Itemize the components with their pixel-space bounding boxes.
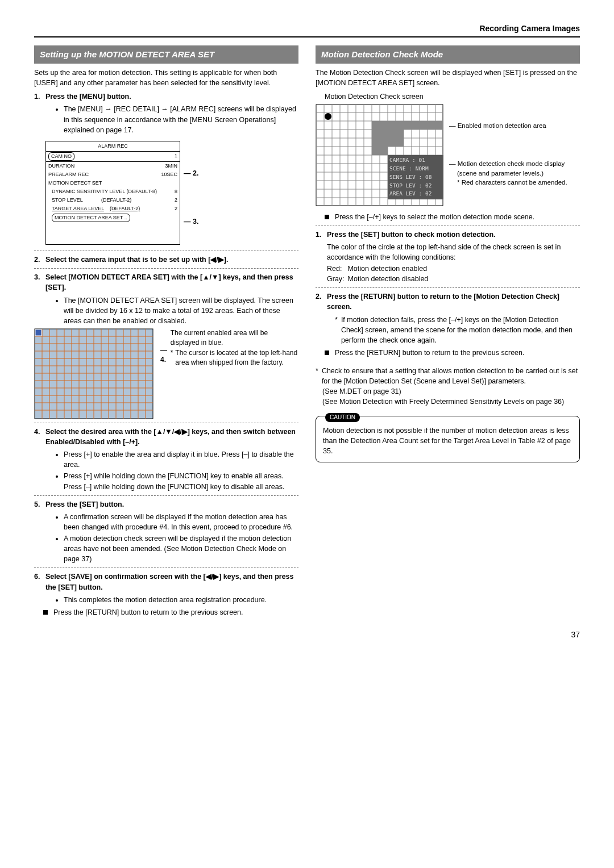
svg-rect-61 <box>420 121 428 130</box>
stoplvl-def: (DEFAULT-2) <box>101 197 131 203</box>
alarm-markers: — 2. — 3. <box>184 158 198 226</box>
svg-rect-71 <box>396 138 404 147</box>
right-see1: (See M.DET on page 31) <box>316 386 580 397</box>
right-section-title: Motion Detection Check Mode <box>316 45 580 64</box>
duration-label: DURATION <box>48 162 74 170</box>
left-final-note: Press the [RETURN] button to return to t… <box>34 607 298 617</box>
caution-tag: CAUTION <box>325 413 360 423</box>
camno-label: CAM NO <box>48 152 74 161</box>
annot-2: — Motion detection check mode display <box>449 159 567 169</box>
r-step-2-title: Press the [RETURN] button to return to t… <box>327 293 559 311</box>
svg-rect-63 <box>435 121 443 130</box>
left-column: Setting up the MOTION DETECT AREA SET Se… <box>34 45 298 617</box>
mdc-osd: CAMERA : 01 SCENE : NORM SENS LEV : 08 S… <box>389 156 432 198</box>
svg-rect-60 <box>412 121 420 130</box>
area-grid-image <box>34 328 154 419</box>
svg-rect-62 <box>428 121 435 130</box>
annot-3: (scene and parameter levels.) <box>449 169 567 178</box>
tgt-label: TARGET AREA LEVEL <box>52 206 104 211</box>
r-step-1-p: The color of the circle at the top left-… <box>327 242 580 262</box>
right-intro: The Motion Detection Check screen will b… <box>316 68 580 88</box>
step-5-title: Press the [SET] button. <box>45 500 124 508</box>
step-3-title: Select [MOTION DETECT AREA SET] with the… <box>45 273 293 291</box>
svg-rect-57 <box>388 121 396 130</box>
svg-point-74 <box>325 113 331 120</box>
annot-4: * Red characters cannot be amended. <box>449 178 567 187</box>
stoplvl-label: STOP LEVEL <box>52 197 82 203</box>
mdc-annotations: — Enabled motion detection area — Motion… <box>449 104 567 187</box>
step-1-bullet: The [MENU] → [REC DETAIL] → [ALARM REC] … <box>64 104 298 135</box>
step-3: Select [MOTION DETECT AREA SET] with the… <box>34 272 298 326</box>
svg-rect-59 <box>404 121 412 130</box>
svg-rect-70 <box>388 138 396 147</box>
right-sq1: Press the [–/+] keys to select the motio… <box>316 212 580 222</box>
page-number: 37 <box>34 629 580 640</box>
marker-2: — 2. <box>184 168 198 178</box>
red-val: Motion detection enabled <box>347 264 427 274</box>
right-see2: (See Motion Detection with Freely Determ… <box>316 397 580 407</box>
step-4-b1: Press [+] to enable the area and display… <box>64 449 298 470</box>
section-header: Recording Camera Images <box>34 23 580 37</box>
step-4: Select the desired area with the [▲/▼/◀/… <box>34 427 298 492</box>
step-6-b1: This completes the motion detection area… <box>64 595 298 605</box>
caution-body: Motion detection is not possible if the … <box>323 425 572 456</box>
tgt-def: (DEFAULT-2) <box>110 206 140 211</box>
prealarm-val: 10SEC <box>161 171 177 178</box>
gray-label: Gray: <box>327 274 345 284</box>
svg-rect-64 <box>372 130 380 138</box>
dyn-val: 8 <box>175 188 177 195</box>
left-section-title: Setting up the MOTION DETECT AREA SET <box>34 45 298 64</box>
caution-box: CAUTION Motion detection is not possible… <box>316 416 580 463</box>
svg-rect-73 <box>380 147 388 155</box>
dyn-label: DYNAMIC SENSITIVITY LEVEL (DEFAULT-8) <box>52 188 157 195</box>
stoplvl-val: 2 <box>175 197 177 204</box>
marker-3: — 3. <box>184 216 198 227</box>
right-note2-star: *Check to ensure that a setting that all… <box>316 366 580 386</box>
prealarm-label: PREALARM REC <box>48 171 89 178</box>
right-column: Motion Detection Check Mode The Motion D… <box>316 45 580 617</box>
step-4-b2: Press [+] while holding down the [FUNCTI… <box>64 471 298 491</box>
svg-rect-72 <box>372 147 380 155</box>
marker-4: — 4. <box>160 345 168 365</box>
step-3-bullet: The [MOTION DETECT AREA SET] screen will… <box>64 295 298 326</box>
r-step-2-star: If motion detection fails, press the [–/… <box>341 315 580 345</box>
mds-label: MOTION DETECT SET <box>48 180 102 187</box>
svg-rect-65 <box>380 130 388 138</box>
two-column-layout: Setting up the MOTION DETECT AREA SET Se… <box>34 45 580 617</box>
svg-rect-66 <box>388 130 396 138</box>
areaset-label: MOTION DETECT AREA SET .. <box>52 214 130 222</box>
svg-rect-55 <box>372 121 380 130</box>
step-2-title: Select the camera input that is to be se… <box>45 256 228 264</box>
step-6-title: Select [SAVE] on confirmation screen wit… <box>45 573 294 591</box>
camno-val: 1 <box>175 152 177 161</box>
svg-rect-68 <box>372 138 380 147</box>
left-intro: Sets up the area for motion detection. T… <box>34 68 298 88</box>
svg-rect-69 <box>380 138 388 147</box>
mdc-caption: Motion Detection Check screen <box>325 91 580 102</box>
gray-val: Motion detection disabled <box>348 274 429 284</box>
svg-rect-56 <box>380 121 388 130</box>
red-label: Red: <box>327 264 342 274</box>
step-5-b1: A confirmation screen will be displayed … <box>64 512 298 532</box>
grid-note-star: The cursor is located at the top left-ha… <box>175 348 298 368</box>
r-step-2: Press the [RETURN] button to return to t… <box>316 291 580 345</box>
mdc-figure: CAMERA : 01 SCENE : NORM SENS LEV : 08 S… <box>316 104 580 209</box>
step-1-title: Press the [MENU] button. <box>45 93 131 101</box>
step-4-title: Select the desired area with the [▲/▼/◀/… <box>45 428 296 446</box>
svg-rect-27 <box>35 329 42 336</box>
grid-note-text: The current enabled area will be display… <box>171 328 298 348</box>
step-6: Select [SAVE] on confirmation screen wit… <box>34 571 298 604</box>
step-1: Press the [MENU] button. The [MENU] → [R… <box>34 91 298 247</box>
alarm-rec-figure: ALARM REC CAM NO1 DURATION3MIN PREALARM … <box>45 137 298 247</box>
step-5-b2: A motion detection check screen will be … <box>64 533 298 564</box>
r-step-1-title: Press the [SET] button to check motion d… <box>327 231 496 239</box>
svg-rect-67 <box>396 130 404 138</box>
area-grid-row: — 4. The current enabled area will be di… <box>34 328 298 419</box>
alarm-rec-box: ALARM REC CAM NO1 DURATION3MIN PREALARM … <box>45 141 180 245</box>
alarm-title: ALARM REC <box>46 141 180 152</box>
step-2: Select the camera input that is to be se… <box>34 254 298 265</box>
tgt-val: 2 <box>175 205 177 212</box>
annot-1: — Enabled motion detection area <box>449 121 567 131</box>
duration-val: 3MIN <box>165 162 177 170</box>
step-5: Press the [SET] button. A confirmation s… <box>34 499 298 565</box>
